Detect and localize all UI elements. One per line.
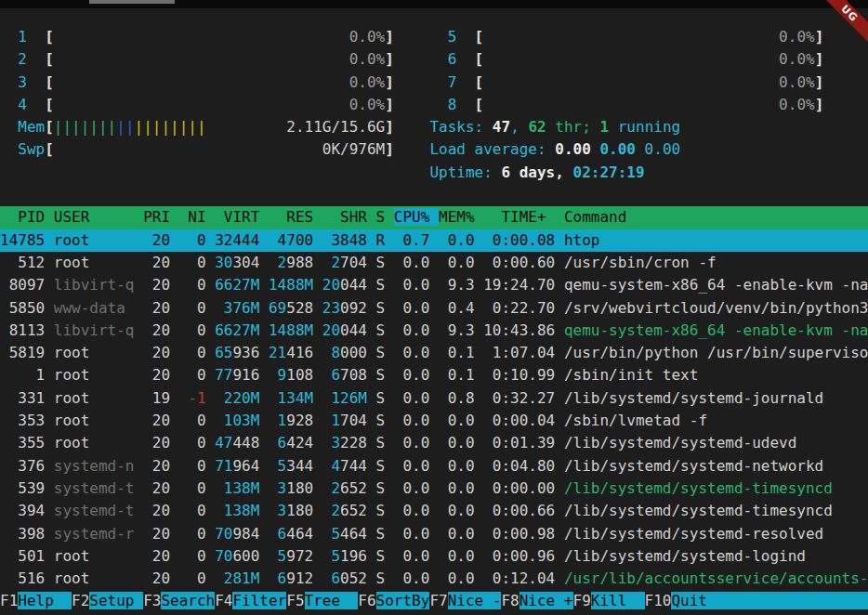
cpu-meter-row-2: 2 [ 0.0%] 6 [ 0.0%]: [0, 48, 868, 71]
top-strip: [0, 0, 868, 8]
fkey-f7-nice-[interactable]: Nice -: [448, 592, 502, 609]
spacer-row: [0, 184, 868, 206]
fkey-f10-quit[interactable]: Quit: [671, 592, 707, 609]
uptime: Uptime: 6 days, 02:27:19: [429, 164, 644, 181]
process-row-398[interactable]: 398 systemd-r 20 0 70984 6464 5464 S 0.0…: [0, 523, 868, 545]
swap-meter-value: 0K/976M: [322, 140, 385, 158]
fkey-f2-setup[interactable]: Setup: [89, 592, 143, 609]
process-row-1[interactable]: 1 root 20 0 77916 9108 6708 S 0.0 0.1 0:…: [0, 364, 868, 386]
cpu-meter-1-label: 1: [18, 28, 45, 46]
process-row-355[interactable]: 355 root 20 0 47448 6424 3228 S 0.0 0.0 …: [0, 432, 868, 454]
cpu-meter-6-frame: ]: [815, 50, 824, 68]
mem-bar-blue-segment: ||: [116, 118, 134, 136]
column-header-cpu[interactable]: CPU%: [394, 208, 439, 226]
process-row-539[interactable]: 539 systemd-t 20 0 138M 3180 2652 S 0.0 …: [0, 478, 868, 500]
memory-meter-and-tasks: Mem[||||||||||||||||| 2.11G/15.6G] Tasks…: [0, 116, 868, 138]
column-header-mem[interactable]: MEM%: [439, 208, 483, 226]
fkey-bar-fill: [707, 592, 868, 609]
process-row-14785[interactable]: 14785 root 20 0 32444 4700 3848 R 0.7 0.…: [0, 229, 868, 252]
column-header-res[interactable]: RES: [269, 208, 322, 226]
uptime-row: Uptime: 6 days, 02:27:19: [0, 162, 868, 184]
fkey-f6-key[interactable]: F6: [358, 592, 375, 609]
column-header-shr[interactable]: SHR: [322, 208, 376, 226]
process-row-376[interactable]: 376 systemd-n 20 0 71964 5344 4744 S 0.0…: [0, 455, 868, 478]
process-row-353[interactable]: 353 root 20 0 103M 1928 1704 S 0.0 0.0 0…: [0, 410, 868, 432]
swap-meter-and-load: Swp[ 0K/976M] Load average: 0.00 0.00 0.…: [0, 138, 868, 161]
process-row-501[interactable]: 501 root 20 0 70600 5972 5196 S 0.0 0.0 …: [0, 545, 868, 568]
fkey-f1-help[interactable]: Help: [18, 592, 72, 609]
fkey-f4-key[interactable]: F4: [215, 592, 232, 609]
fkey-f3-key[interactable]: F3: [143, 592, 161, 609]
process-row-331[interactable]: 331 root 19 -1 220M 134M 126M S 0.0 0.8 …: [0, 387, 868, 410]
cpu-meter-row-3: 3 [ 0.0%] 7 [ 0.0%]: [0, 72, 868, 94]
cpu-meter-row-4: 4 [ 0.0%] 8 [ 0.0%]: [0, 94, 868, 116]
fkey-f1-key[interactable]: F1: [0, 592, 18, 609]
process-row-394[interactable]: 394 systemd-t 20 0 138M 3180 2652 S 0.0 …: [0, 500, 868, 522]
fkey-f3-search[interactable]: Search: [161, 592, 215, 609]
process-row-8113[interactable]: 8113 libvirt-q 20 0 6627M 1488M 20044 S …: [0, 320, 868, 342]
column-header-pri[interactable]: PRI: [143, 208, 179, 226]
terminal-content: 1 [ 0.0%] 5 [ 0.0%] 2 [ 0.0%] 6 [ 0.0%] …: [0, 26, 868, 613]
column-header-pid[interactable]: PID: [0, 208, 54, 226]
fkey-f10-key[interactable]: F10: [645, 592, 672, 609]
process-row-8097[interactable]: 8097 libvirt-q 20 0 6627M 1488M 20044 S …: [0, 274, 868, 296]
cpu-meter-8-frame: ]: [815, 96, 824, 113]
column-header-time[interactable]: TIME+: [483, 208, 564, 226]
process-row-516[interactable]: 516 root 20 0 281M 6912 6052 S 0.0 0.0 0…: [0, 568, 868, 590]
fkey-f6-sortby[interactable]: SortBy: [376, 592, 430, 609]
cpu-meter-4-label: 4: [18, 96, 45, 113]
fkey-f9-key[interactable]: F9: [573, 592, 591, 609]
process-row-5850[interactable]: 5850 www-data 20 0 376M 69528 23092 S 0.…: [0, 297, 868, 320]
fkey-f5-tree[interactable]: Tree: [305, 592, 359, 609]
column-header-user[interactable]: USER: [54, 208, 143, 226]
process-row-512[interactable]: 512 root 20 0 30304 2988 2704 S 0.0 0.0 …: [0, 252, 868, 274]
cpu-meter-2-label: 2: [18, 50, 45, 68]
process-table-header: PID USER PRI NI VIRT RES SHR S CPU% MEM%…: [0, 206, 868, 229]
fkey-f8-key[interactable]: F8: [501, 592, 519, 609]
fkey-f5-key[interactable]: F5: [286, 592, 304, 609]
cpu-meter-3-label: 3: [18, 73, 45, 91]
cpu-meter-7-frame: ]: [815, 73, 824, 91]
fkey-f7-key[interactable]: F7: [429, 592, 447, 609]
fkey-f2-key[interactable]: F2: [72, 592, 89, 609]
load-average: Load average: 0.00 0.00 0.00: [429, 140, 680, 158]
htop-terminal-screen: 1 [ 0.0%] 5 [ 0.0%] 2 [ 0.0%] 6 [ 0.0%] …: [0, 0, 868, 615]
fkey-f8-nice-[interactable]: Nice +: [519, 592, 573, 609]
mem-bar-yellow-segment: ||||||||: [135, 118, 206, 136]
column-header-command[interactable]: Command: [564, 208, 868, 226]
tasks-summary: Tasks: 47, 62 thr; 1 running: [429, 118, 680, 136]
column-header-virt[interactable]: VIRT: [215, 208, 269, 226]
fkey-f4-filter[interactable]: Filter: [232, 592, 286, 609]
column-header-ni[interactable]: NI: [179, 208, 216, 226]
fkey-f9-kill[interactable]: Kill: [591, 592, 645, 609]
cpu-meter-5-frame: ]: [815, 28, 824, 46]
mem-bar-green-segment: |||||||: [54, 118, 116, 136]
cpu-meter-row-1: 1 [ 0.0%] 5 [ 0.0%]: [0, 26, 868, 48]
window-tab-sliver: [89, 0, 175, 4]
process-row-5819[interactable]: 5819 root 20 0 65936 21416 8000 S 0.0 0.…: [0, 342, 868, 364]
column-header-s[interactable]: S: [376, 208, 394, 226]
mem-meter-value: 2.11G/15.6G: [286, 118, 385, 136]
function-key-bar: F1Help F2Setup F3SearchF4FilterF5Tree F6…: [0, 590, 868, 612]
